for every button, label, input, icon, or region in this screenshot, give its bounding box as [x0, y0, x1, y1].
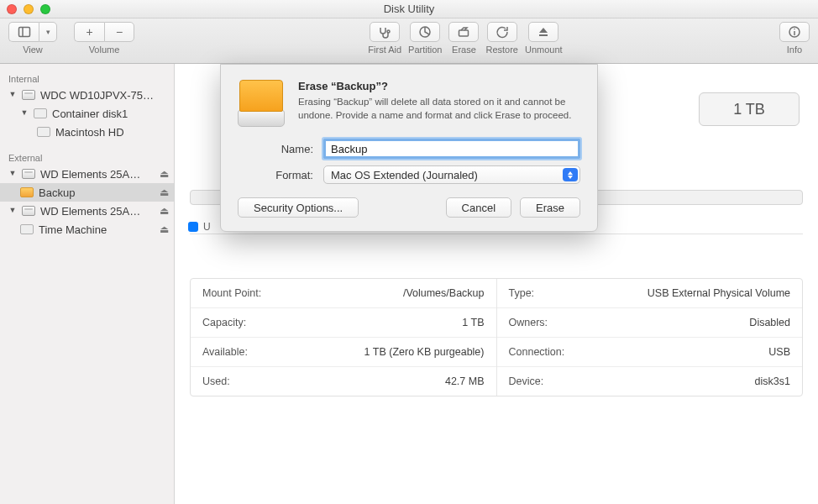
info-value: 1 TB (Zero KB purgeable): [364, 346, 485, 358]
select-arrows-icon: [563, 168, 578, 181]
info-label: Info: [787, 45, 802, 55]
toolbar-view-label: View: [23, 45, 43, 55]
sidebar-macintosh-hd[interactable]: Macintosh HD: [0, 123, 174, 141]
info-row: Type:USB External Physical Volume: [497, 279, 803, 308]
remove-volume-button[interactable]: −: [104, 22, 134, 42]
restore-icon: [496, 25, 509, 39]
chevron-down-icon: ▾: [46, 28, 50, 36]
disclosure-triangle-icon[interactable]: ▼: [8, 169, 17, 177]
usage-legend-label: U: [203, 221, 211, 233]
eject-icon[interactable]: ⏏: [160, 223, 169, 235]
erase-button[interactable]: [448, 22, 479, 42]
erase-icon: [457, 25, 470, 39]
info-key: Used:: [202, 375, 230, 387]
info-row: Available:1 TB (Zero KB purgeable): [191, 338, 496, 367]
sidebar-wd-elements-2[interactable]: ▼ WD Elements 25A… ⏏: [0, 202, 174, 220]
info-row: Used:42.7 MB: [191, 367, 496, 396]
erase-confirm-button[interactable]: Erase: [520, 197, 580, 218]
eject-icon[interactable]: ⏏: [160, 205, 169, 217]
first-aid-button[interactable]: [370, 22, 400, 42]
restore-button[interactable]: [487, 22, 517, 42]
toolbar-volume-group: + − Volume: [74, 22, 134, 55]
info-key: Connection:: [509, 346, 565, 358]
dialog-title: Erase “Backup”?: [298, 80, 580, 92]
sidebar-item-label: Backup: [39, 186, 75, 199]
eject-icon: [537, 25, 550, 39]
toolbar: ▾ View + − Volume First Aid Partition: [0, 18, 818, 64]
disclosure-triangle-icon[interactable]: ▼: [8, 90, 17, 98]
sidebar-time-machine-volume[interactable]: Time Machine ⏏: [0, 220, 174, 239]
partition-label: Partition: [408, 45, 442, 55]
sidebar: Internal ▼ WDC WD10JPVX-75… ▼ Container …: [0, 64, 175, 504]
sidebar-item-label: WD Elements 25A…: [40, 205, 140, 218]
erase-label: Erase: [452, 45, 476, 55]
info-key: Owners:: [509, 317, 548, 328]
info-col-left: Mount Point:/Volumes/Backup Capacity:1 T…: [191, 279, 497, 396]
partition-button[interactable]: [410, 22, 440, 42]
info-value: USB External Physical Volume: [648, 287, 790, 299]
minus-icon: −: [116, 25, 123, 39]
security-options-button[interactable]: Security Options...: [238, 197, 359, 218]
external-disk-icon: [22, 169, 35, 179]
info-row: Device:disk3s1: [497, 367, 803, 396]
toolbar-center-cluster: First Aid Partition Erase Restore: [364, 22, 565, 55]
volume-icon: [37, 127, 50, 137]
svg-rect-4: [459, 30, 469, 36]
sidebar-item-label: Macintosh HD: [55, 126, 124, 139]
unmount-button[interactable]: [528, 22, 558, 42]
disk-illustration-icon: [238, 80, 285, 127]
dialog-message: Erasing “Backup” will delete all data st…: [298, 96, 580, 122]
info-row: Connection:USB: [497, 338, 803, 367]
toolbar-info-group: Info: [779, 22, 810, 55]
titlebar: Disk Utility: [0, 0, 818, 18]
info-value: 1 TB: [462, 317, 484, 328]
svg-point-8: [794, 29, 795, 30]
info-key: Device:: [509, 375, 544, 387]
name-input[interactable]: [323, 139, 580, 159]
sidebar-internal-header: Internal: [0, 69, 174, 86]
add-volume-button[interactable]: +: [74, 22, 104, 42]
info-key: Available:: [202, 346, 248, 358]
sidebar-backup-volume[interactable]: Backup ⏏: [0, 183, 174, 202]
info-row: Capacity:1 TB: [191, 308, 496, 338]
volume-icon: [20, 187, 34, 197]
pie-icon: [418, 25, 432, 39]
sidebar-toggle-button[interactable]: [8, 22, 39, 42]
disclosure-triangle-icon[interactable]: ▼: [8, 206, 17, 214]
sidebar-wd-elements-1[interactable]: ▼ WD Elements 25A… ⏏: [0, 165, 174, 183]
format-label: Format:: [238, 169, 313, 181]
toolbar-volume-label: Volume: [89, 45, 120, 55]
view-menu-button[interactable]: ▾: [39, 22, 57, 42]
info-key: Mount Point:: [202, 287, 261, 299]
svg-point-2: [387, 30, 390, 33]
sidebar-disk-wdc[interactable]: ▼ WDC WD10JPVX-75…: [0, 86, 174, 104]
format-selected-value: Mac OS Extended (Journaled): [331, 169, 478, 181]
hard-disk-icon: [22, 90, 35, 100]
format-field-row: Format: Mac OS Extended (Journaled): [238, 165, 580, 184]
disclosure-triangle-icon[interactable]: ▼: [20, 108, 29, 117]
capacity-badge: 1 TB: [699, 92, 800, 126]
unmount-label: Unmount: [525, 45, 563, 55]
sidebar-icon: [18, 25, 31, 39]
sidebar-external-header: External: [0, 148, 174, 165]
toolbar-view-group: ▾ View: [8, 22, 57, 55]
eject-icon[interactable]: ⏏: [160, 168, 169, 180]
name-label: Name:: [238, 143, 313, 155]
eject-icon[interactable]: ⏏: [160, 186, 169, 198]
sidebar-item-label: WD Elements 25A…: [40, 168, 140, 181]
name-field-row: Name:: [238, 139, 580, 159]
info-key: Capacity:: [202, 317, 246, 328]
svg-rect-0: [18, 28, 29, 37]
info-value: Disabled: [749, 317, 790, 328]
sidebar-container-disk1[interactable]: ▼ Container disk1: [0, 104, 174, 123]
info-value: 42.7 MB: [445, 375, 485, 387]
info-key: Type:: [509, 287, 535, 299]
format-select[interactable]: Mac OS Extended (Journaled): [323, 165, 580, 184]
info-value: USB: [768, 346, 790, 358]
cancel-button[interactable]: Cancel: [446, 197, 511, 218]
info-col-right: Type:USB External Physical Volume Owners…: [497, 279, 803, 396]
stethoscope-icon: [378, 25, 391, 39]
info-value: disk3s1: [755, 375, 790, 387]
info-button[interactable]: [779, 22, 810, 42]
external-disk-icon: [22, 206, 35, 216]
